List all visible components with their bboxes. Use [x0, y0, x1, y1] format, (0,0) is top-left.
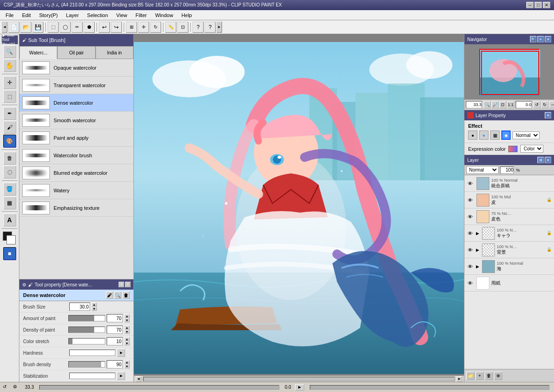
toolbar-snap[interactable]: ⊡ [177, 22, 188, 33]
stabilization-slider[interactable] [69, 373, 115, 379]
hscroll-left[interactable]: ◄ [136, 376, 141, 382]
toolbar-right-arrow[interactable]: ► [217, 22, 222, 33]
layer-item-6[interactable]: 👁 用紙 [464, 275, 554, 291]
brush-watercolor-brush[interactable]: Watercolor brush [19, 147, 133, 164]
density-down[interactable]: ▼ [124, 330, 130, 334]
amount-input[interactable] [107, 314, 123, 322]
tab-oil-paint[interactable]: Oil pair [57, 46, 95, 59]
zoom-fit-btn[interactable]: ⊡ [499, 101, 506, 108]
toolbar-redo[interactable]: ↪ [111, 22, 122, 33]
tool-fill[interactable]: 🪣 [3, 183, 16, 196]
expr-color-select[interactable]: Color [520, 145, 543, 153]
menu-story[interactable]: Story(P) [36, 12, 61, 19]
status-icon[interactable]: ↺ [3, 384, 9, 391]
layer-vis-4[interactable]: 👁 [466, 246, 474, 254]
density-input[interactable] [107, 326, 123, 334]
tool-prop-icon-btn[interactable]: ☰ [119, 282, 124, 287]
density-up[interactable]: ▲ [124, 326, 130, 330]
layer-settings-btn[interactable]: ⚙ [537, 157, 544, 163]
toolbar-save[interactable]: 💾 [32, 22, 43, 33]
minimize-button[interactable]: ─ [526, 2, 534, 8]
nav-icon-btn[interactable]: 🔍 [530, 36, 536, 42]
toolbar-transform[interactable]: ⊞ [126, 22, 137, 33]
effect-mode-select[interactable]: Normal [512, 131, 540, 139]
toolbar-rotate[interactable]: ↻ [150, 22, 161, 33]
zoom-100-btn[interactable]: 1:1 [507, 101, 514, 108]
toolbar-help2[interactable]: ? [205, 22, 216, 33]
layer-merge-btn[interactable]: ⊕ [494, 372, 502, 380]
brush-density-input[interactable] [107, 360, 123, 368]
toolbar-select-lasso[interactable]: ✏ [72, 22, 83, 33]
layer-add-folder-btn[interactable]: 📁 [466, 372, 475, 380]
zoom-out-btn[interactable]: 🔍 [483, 101, 491, 108]
tool-color-mode[interactable]: ■ [3, 247, 16, 260]
tool-select[interactable]: ⬚ [3, 90, 16, 103]
menu-edit[interactable]: Edit [18, 12, 35, 19]
brush-paint-apply[interactable]: Paint and apply [19, 129, 133, 147]
status-hscroll[interactable] [39, 385, 279, 390]
brush-size-up[interactable]: ▲ [91, 303, 97, 307]
menu-view[interactable]: View [113, 12, 131, 19]
tool-hand[interactable]: ✋ [3, 59, 16, 72]
color-stretch-slider[interactable] [68, 338, 105, 344]
nav-zoom-input[interactable] [466, 101, 482, 108]
nav-close-btn[interactable]: ✕ [545, 36, 551, 42]
hardness-slider[interactable] [69, 350, 115, 356]
status-play[interactable]: ▶ [295, 384, 304, 391]
density-slider[interactable] [68, 327, 105, 333]
toolbar-help[interactable]: ? [193, 22, 204, 33]
layer-add-btn[interactable]: + [476, 372, 484, 380]
menu-selection[interactable]: Selection [84, 12, 112, 19]
delete-icon-btn[interactable]: 🗑 [122, 291, 130, 299]
toolbar-left-arrow[interactable]: ◄ [2, 22, 7, 33]
rotate-right-btn[interactable]: ↻ [541, 101, 548, 108]
toolbar-select-ellipse[interactable]: ◯ [60, 22, 71, 33]
brush-opaque-watercolor[interactable]: Opaque watercolor [19, 59, 133, 77]
tool-move[interactable]: ✛ [3, 76, 16, 89]
status-vscroll[interactable] [310, 385, 549, 390]
hscroll-right[interactable]: ► [457, 376, 462, 382]
layer-blend-select[interactable]: Normal Multiply Screen [466, 166, 499, 174]
zoom-in-btn[interactable]: 🔎 [491, 101, 499, 108]
layer-item-1[interactable]: 👁 100 % Mul 皮 🔒 [464, 192, 554, 208]
canvas-area[interactable]: ◄ ► [134, 34, 464, 382]
close-button[interactable]: ✕ [543, 2, 550, 8]
layer-vis-5[interactable]: 👁 [466, 263, 474, 270]
color-stretch-up[interactable]: ▲ [124, 337, 130, 341]
layer-fold-5[interactable]: ▶ [475, 264, 480, 269]
menu-layer[interactable]: Layer [62, 12, 83, 19]
effect-icon-circle[interactable]: ● [468, 131, 477, 140]
menu-filter[interactable]: Filter [132, 12, 151, 19]
brush-density-slider[interactable] [68, 361, 105, 368]
toolbar-new[interactable]: 📄 [8, 22, 19, 33]
tool-eraser[interactable]: 🗑 [3, 152, 16, 165]
toolbar-move[interactable]: ✛ [138, 22, 149, 33]
color-stretch-input[interactable] [107, 337, 123, 345]
rotate-left-btn[interactable]: ↺ [533, 101, 541, 108]
layer-vis-3[interactable]: 👁 [466, 230, 474, 237]
amount-slider[interactable] [68, 315, 105, 321]
status-icon2[interactable]: ⚙ [13, 384, 19, 391]
hscroll-bar[interactable] [143, 377, 455, 381]
brush-smooth-watercolor[interactable]: Smooth watercolor [19, 112, 133, 129]
tool-blur[interactable]: ◌ [3, 166, 16, 178]
brush-blurred-edge[interactable]: Blurred edge watercolor [19, 164, 133, 182]
menu-window[interactable]: Window [151, 12, 177, 19]
tool-text[interactable]: A [3, 214, 16, 226]
layer-vis-0[interactable]: 👁 [466, 180, 474, 187]
amount-up[interactable]: ▲ [124, 314, 130, 318]
brush-density-up[interactable]: ▲ [124, 360, 130, 364]
menu-file[interactable]: File [2, 12, 18, 19]
brush-size-input[interactable] [69, 303, 90, 311]
brush-emphasizing[interactable]: Emphasizing texture [19, 199, 133, 217]
maximize-button[interactable]: □ [535, 2, 542, 8]
layer-vis-6[interactable]: 👁 [466, 279, 474, 287]
menu-help[interactable]: Help [178, 12, 196, 19]
brush-watery[interactable]: Watery [19, 182, 133, 199]
layer-vis-2[interactable]: 👁 [466, 213, 474, 220]
tool-brush[interactable]: 🖌 [3, 121, 16, 134]
flip-h-btn[interactable]: ↔ [549, 101, 554, 108]
layer-fold-4[interactable]: ▶ [475, 247, 480, 253]
layer-item-4[interactable]: 👁 ▶ 100 % N… 背景 🔒 [464, 242, 554, 258]
layer-item-0[interactable]: 👁 100 % Normal 統合原稿 [464, 175, 554, 192]
